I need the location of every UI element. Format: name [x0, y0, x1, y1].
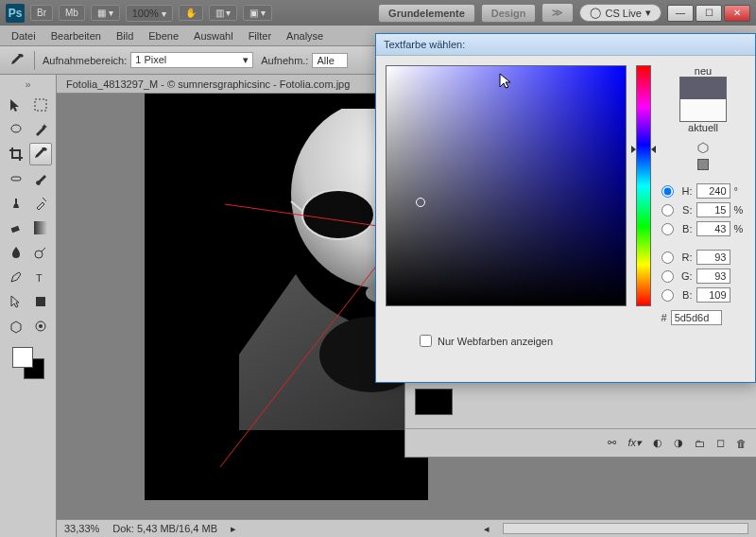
minibridge-button[interactable]: Mb: [59, 5, 85, 21]
eyedropper-tool[interactable]: [29, 143, 52, 165]
link-icon[interactable]: ⚯: [608, 437, 616, 449]
color-swatches[interactable]: [12, 347, 44, 379]
title-bar: Ps Br Mb ▦ ▾ 100% ▾ ✋ ▥ ▾ ▣ ▾ Grundeleme…: [0, 0, 756, 26]
hue-slider[interactable]: [636, 65, 651, 306]
r-input[interactable]: 93: [696, 250, 730, 265]
webonly-label: Nur Webfarben anzeigen: [438, 336, 553, 347]
bb-input[interactable]: 109: [696, 287, 730, 303]
sample-mode-select[interactable]: Alle: [312, 53, 348, 68]
new-color-label: neu: [695, 65, 712, 77]
h-input[interactable]: 240: [696, 183, 730, 199]
menu-datei[interactable]: Datei: [11, 30, 36, 42]
svg-rect-7: [36, 297, 45, 306]
stamp-tool[interactable]: [5, 192, 27, 215]
gradient-tool[interactable]: [29, 217, 52, 239]
svg-rect-0: [35, 99, 46, 111]
menu-bild[interactable]: Bild: [116, 30, 133, 42]
hex-input[interactable]: 5d5d6d: [671, 310, 722, 325]
sample-range-select[interactable]: 1 Pixel▾: [130, 52, 253, 68]
color-picker-dialog: Textfarbe wählen: neu aktuell H:240° S:1…: [375, 33, 756, 383]
dodge-tool[interactable]: [29, 241, 52, 264]
status-zoom[interactable]: 33,33%: [64, 523, 99, 534]
svg-point-1: [11, 125, 21, 132]
cs-live-button[interactable]: ◯CS Live▾: [579, 4, 662, 22]
g-radio[interactable]: [662, 270, 674, 283]
svg-point-5: [35, 251, 43, 258]
menu-filter[interactable]: Filter: [249, 30, 271, 42]
eyedropper-icon: [8, 51, 26, 70]
svg-rect-3: [10, 226, 19, 233]
hand-tool-button[interactable]: ✋: [179, 5, 203, 21]
websafe-swatch-icon[interactable]: [697, 159, 709, 170]
window-close[interactable]: ✕: [724, 5, 750, 22]
b-radio[interactable]: [662, 223, 674, 235]
s-input[interactable]: 15: [696, 202, 730, 217]
view-extras-button[interactable]: ▦ ▾: [91, 5, 120, 21]
color-field-marker[interactable]: [416, 198, 425, 207]
window-maximize[interactable]: ☐: [696, 5, 722, 22]
brush-tool[interactable]: [29, 167, 52, 190]
shape-tool[interactable]: [29, 290, 52, 313]
pen-tool[interactable]: [5, 266, 27, 288]
crop-tool[interactable]: [5, 143, 27, 165]
menu-auswahl[interactable]: Auswahl: [194, 30, 233, 42]
mask-icon[interactable]: ◐: [653, 437, 662, 449]
screen-mode-button[interactable]: ▣ ▾: [243, 5, 272, 21]
workspace-more[interactable]: ≫: [541, 3, 574, 23]
color-picker-title[interactable]: Textfarbe wählen:: [376, 34, 755, 56]
s-radio[interactable]: [662, 204, 674, 217]
status-doc-size[interactable]: Dok: 5,43 MB/16,4 MB: [112, 523, 217, 534]
cube-icon[interactable]: [697, 142, 709, 153]
path-select-tool[interactable]: [5, 290, 27, 313]
scroll-left-icon[interactable]: ◂: [484, 523, 490, 535]
sample-mode-label: Aufnehm.:: [261, 55, 308, 66]
bottom-panel: ⚯ fx▾ ◐ ◑ 🗀 ◻ 🗑: [404, 382, 756, 458]
r-radio[interactable]: [662, 251, 674, 264]
window-minimize[interactable]: —: [667, 5, 694, 22]
adjust-icon[interactable]: ◑: [674, 437, 683, 449]
tools-panel: » T: [0, 75, 57, 537]
3d-tool[interactable]: [5, 315, 27, 338]
svg-point-9: [39, 324, 43, 328]
workspace-grundelemente[interactable]: Grundelemente: [378, 4, 475, 23]
eraser-tool[interactable]: [5, 217, 27, 239]
current-color-label: aktuell: [688, 122, 718, 133]
new-layer-icon[interactable]: ◻: [716, 437, 725, 449]
zoom-level[interactable]: 100% ▾: [126, 5, 173, 22]
status-bar: 33,33% Dok: 5,43 MB/16,4 MB ▸ ◂: [57, 519, 756, 537]
h-scrollbar[interactable]: [503, 523, 748, 534]
svg-text:T: T: [36, 272, 43, 284]
lasso-tool[interactable]: [5, 118, 27, 141]
color-compare-swatch[interactable]: [679, 77, 727, 122]
blur-tool[interactable]: [5, 241, 27, 264]
foreground-color-swatch[interactable]: [12, 347, 33, 368]
arrange-button[interactable]: ▥ ▾: [209, 5, 238, 21]
menu-bearbeiten[interactable]: Bearbeiten: [51, 30, 101, 42]
webonly-checkbox[interactable]: [420, 335, 432, 347]
menu-ebene[interactable]: Ebene: [148, 30, 179, 42]
workspace-design[interactable]: Design: [481, 4, 537, 23]
camera-tool[interactable]: [29, 315, 52, 338]
hue-indicator[interactable]: [631, 146, 656, 153]
b-input[interactable]: 43: [696, 221, 730, 236]
folder-icon[interactable]: 🗀: [695, 438, 705, 449]
fx-icon[interactable]: fx▾: [627, 437, 642, 449]
collapse-handle[interactable]: »: [4, 78, 52, 90]
h-radio[interactable]: [662, 185, 674, 198]
layer-thumb[interactable]: [415, 389, 453, 415]
bb-radio[interactable]: [662, 289, 674, 302]
move-tool[interactable]: [5, 94, 27, 116]
menu-analyse[interactable]: Analyse: [286, 30, 323, 42]
app-logo-icon: Ps: [6, 4, 25, 23]
heal-tool[interactable]: [5, 167, 27, 190]
trash-icon[interactable]: 🗑: [736, 438, 747, 449]
svg-rect-4: [34, 221, 47, 234]
sample-range-label: Aufnahmebereich:: [43, 55, 127, 66]
g-input[interactable]: 93: [696, 268, 730, 284]
color-field[interactable]: [386, 65, 627, 306]
marquee-tool[interactable]: [29, 94, 52, 116]
type-tool[interactable]: T: [29, 266, 52, 288]
wand-tool[interactable]: [29, 118, 52, 141]
bridge-button[interactable]: Br: [30, 5, 53, 21]
history-brush-tool[interactable]: [29, 192, 52, 215]
